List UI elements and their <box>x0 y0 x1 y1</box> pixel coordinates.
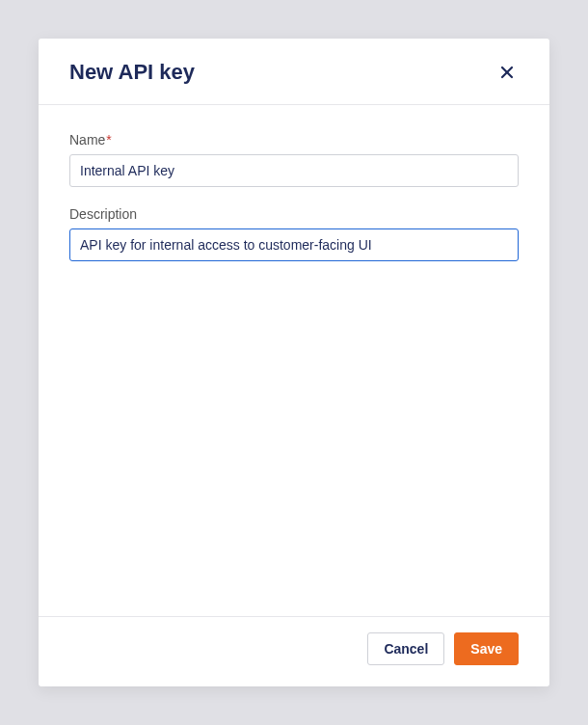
description-field: Description <box>69 206 519 261</box>
save-button[interactable]: Save <box>454 632 519 665</box>
cancel-button[interactable]: Cancel <box>367 632 444 665</box>
close-button[interactable] <box>495 61 519 84</box>
required-marker: * <box>106 132 111 148</box>
modal-title: New API key <box>69 60 195 85</box>
close-icon <box>499 65 515 80</box>
description-label: Description <box>69 206 519 222</box>
name-input[interactable] <box>69 154 519 187</box>
modal-footer: Cancel Save <box>39 616 549 686</box>
modal-header: New API key <box>39 39 549 105</box>
name-label-text: Name <box>69 132 105 148</box>
new-api-key-modal: New API key Name* Description Cancel Sav… <box>39 39 549 686</box>
name-label: Name* <box>69 132 519 148</box>
modal-body: Name* Description <box>39 105 549 616</box>
name-field: Name* <box>69 132 519 187</box>
description-input[interactable] <box>69 228 519 261</box>
